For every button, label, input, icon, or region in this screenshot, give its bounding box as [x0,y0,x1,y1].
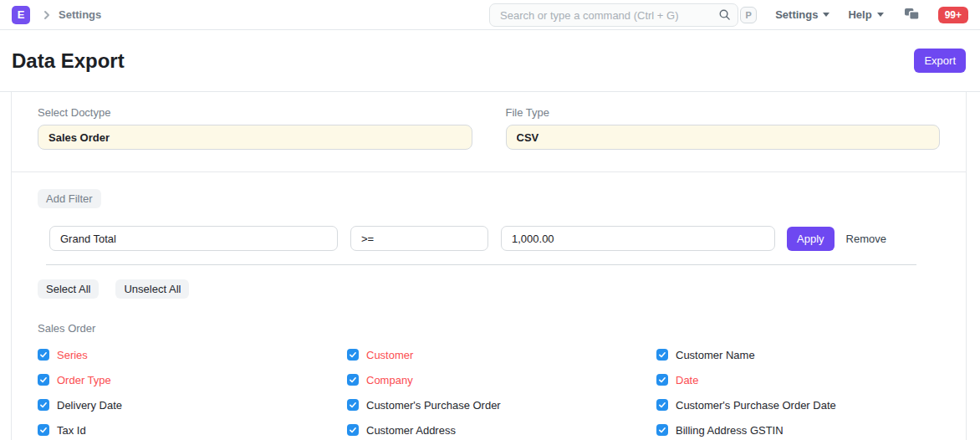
navbar-right: P Settings Help 99+ [740,7,968,23]
field-label: Delivery Date [57,399,122,412]
user-avatar[interactable]: P [740,7,757,23]
field-label: Customer's Purchase Order Date [676,399,836,412]
settings-menu-label: Settings [775,8,818,21]
add-filter-button[interactable]: Add Filter [38,189,101,208]
field-label: Customer Name [676,349,755,361]
checkbox-checked-icon[interactable] [656,374,668,386]
app-logo[interactable]: E [12,6,30,24]
search-icon [718,8,731,24]
field-checkbox-item[interactable]: Delivery Date [38,392,347,417]
data-export-card: Select Doctype File Type Add Filter Appl… [11,92,967,440]
doctype-field-label: Select Doctype [38,106,472,119]
unselect-all-button[interactable]: Unselect All [115,279,189,299]
fields-section: Select All Unselect All Sales Order Seri… [12,265,966,440]
fields-grid: Series Order Type Delivery Date Tax Id C… [38,342,940,440]
select-all-button[interactable]: Select All [38,279,99,299]
help-menu-label: Help [848,8,871,21]
search-input[interactable] [489,3,738,27]
filter-field-input[interactable] [49,226,338,251]
checkbox-checked-icon[interactable] [38,349,49,361]
checkbox-checked-icon[interactable] [347,399,359,411]
checkbox-checked-icon[interactable] [347,349,359,361]
field-checkbox-item[interactable]: Customer's Purchase Order Date [656,392,940,417]
field-checkbox-item[interactable]: Series [38,342,347,367]
navbar: E Settings P Settings Help 99+ [0,0,980,30]
breadcrumb-settings[interactable]: Settings [59,8,101,21]
export-button[interactable]: Export [914,49,966,73]
doctype-section-title: Sales Order [38,322,940,335]
remove-filter-button[interactable]: Remove [846,233,886,245]
field-checkbox-item[interactable]: Customer Name [656,342,940,367]
chat-icon[interactable] [904,8,920,22]
page-title: Data Export [12,49,125,73]
apply-filter-button[interactable]: Apply [787,227,835,251]
field-checkbox-item[interactable]: Customer Address [347,417,656,440]
filetype-input[interactable] [506,125,941,150]
checkbox-checked-icon[interactable] [347,374,359,386]
checkbox-checked-icon[interactable] [38,424,49,436]
caret-down-icon [823,13,829,17]
field-label: Customer [366,349,413,361]
filetype-field-label: File Type [506,106,941,119]
checkbox-checked-icon[interactable] [347,424,359,436]
filter-value-input[interactable] [501,226,775,251]
checkbox-checked-icon[interactable] [656,399,668,411]
checkbox-checked-icon[interactable] [38,374,49,386]
breadcrumb-chevron-icon [40,8,54,22]
field-label: Date [676,374,698,386]
filter-row: Apply Remove [49,226,940,251]
checkbox-checked-icon[interactable] [38,399,49,411]
filter-section: Add Filter Apply Remove [12,172,966,265]
doctype-input[interactable] [38,125,472,150]
notification-badge[interactable]: 99+ [938,7,968,23]
select-buttons: Select All Unselect All [38,279,940,299]
field-checkbox-item[interactable]: Customer's Purchase Order [347,392,656,417]
field-checkbox-item[interactable]: Tax Id [38,417,347,440]
field-label: Order Type [57,374,111,386]
field-checkbox-item[interactable]: Billing Address GSTIN [656,417,940,440]
field-label: Company [366,374,413,386]
field-checkbox-item[interactable]: Company [347,367,656,392]
checkbox-checked-icon[interactable] [656,424,668,436]
caret-down-icon [877,13,884,17]
help-menu[interactable]: Help [848,8,883,21]
filter-operator-input[interactable] [350,226,488,251]
filetype-field: File Type [506,106,941,150]
field-label: Customer Address [366,424,456,437]
field-checkbox-item[interactable]: Date [656,367,940,392]
field-checkbox-item[interactable]: Customer [347,342,656,367]
global-search [489,3,738,27]
field-label: Tax Id [57,424,86,437]
field-checkbox-item[interactable]: Order Type [38,367,347,392]
doctype-section: Select Doctype File Type [12,92,966,172]
field-label: Series [57,349,88,361]
field-label: Customer's Purchase Order [366,399,501,412]
checkbox-checked-icon[interactable] [656,349,668,361]
page-head: Data Export Export [0,30,980,92]
doctype-field: Select Doctype [38,106,472,150]
settings-menu[interactable]: Settings [775,8,829,21]
field-label: Billing Address GSTIN [676,424,783,437]
